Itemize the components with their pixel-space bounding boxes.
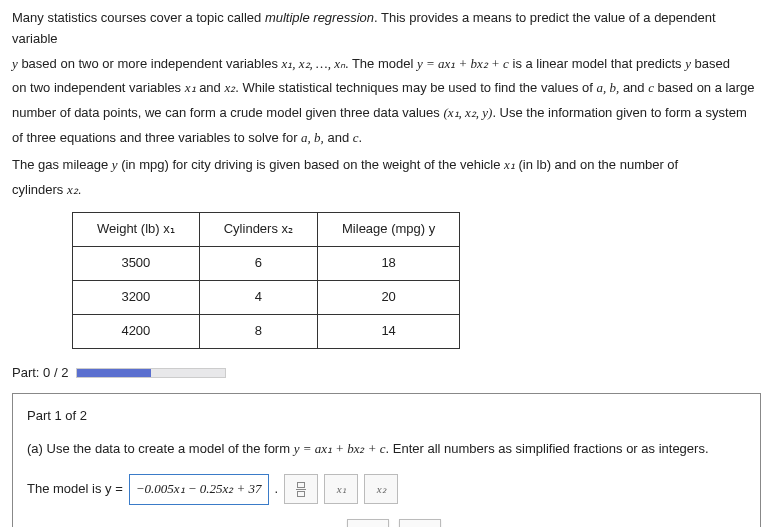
progress-bar-fill [77,369,151,377]
part-progress-label: Part: 0 / 2 [12,363,68,384]
progress-bar [76,368,226,378]
problem-paragraph-5: of three equations and three variables t… [12,128,761,149]
problem-paragraph-2: y based on two or more independent varia… [12,54,761,75]
problem-paragraph-1: Many statistics courses cover a topic ca… [12,8,761,50]
table-row: 3500 6 18 [73,247,460,281]
part-1-question: (a) Use the data to create a model of th… [27,439,746,460]
part-1-title: Part 1 of 2 [27,406,746,427]
header-cylinders: Cylinders x₂ [199,213,317,247]
header-mileage: Mileage (mpg) y [318,213,460,247]
table-row: 4200 8 14 [73,314,460,348]
reset-button[interactable]: ↻ [399,519,441,527]
answer-label: The model is y = [27,479,123,500]
fraction-denominator-icon [297,491,305,497]
fraction-line-icon [296,489,306,490]
problem-paragraph-4: number of data points, we can form a cru… [12,103,761,124]
close-icon: ✕ [362,523,375,527]
answer-row: The model is y = −0.005x₁ − 0.25x₂ + 37 … [27,474,746,505]
x1-button[interactable]: x₁ [324,474,358,504]
problem-paragraph-7: cylinders x₂. [12,180,761,201]
problem-paragraph-6: The gas mileage y (in mpg) for city driv… [12,155,761,176]
clear-button[interactable]: ✕ [347,519,389,527]
answer-period: . [275,479,279,500]
header-weight: Weight (lb) x₁ [73,213,200,247]
part-progress-header: Part: 0 / 2 [12,363,761,384]
fraction-button[interactable] [284,474,318,504]
reset-icon: ↻ [414,523,427,527]
data-table: Weight (lb) x₁ Cylinders x₂ Mileage (mpg… [72,212,460,348]
part-1-box: Part 1 of 2 (a) Use the data to create a… [12,393,761,527]
x2-button[interactable]: x₂ [364,474,398,504]
table-header-row: Weight (lb) x₁ Cylinders x₂ Mileage (mpg… [73,213,460,247]
fraction-numerator-icon [297,482,305,488]
problem-paragraph-3: on two independent variables x₁ and x₂. … [12,78,761,99]
action-row: ✕ ↻ [347,519,746,527]
answer-input[interactable]: −0.005x₁ − 0.25x₂ + 37 [129,474,269,505]
table-row: 3200 4 20 [73,280,460,314]
